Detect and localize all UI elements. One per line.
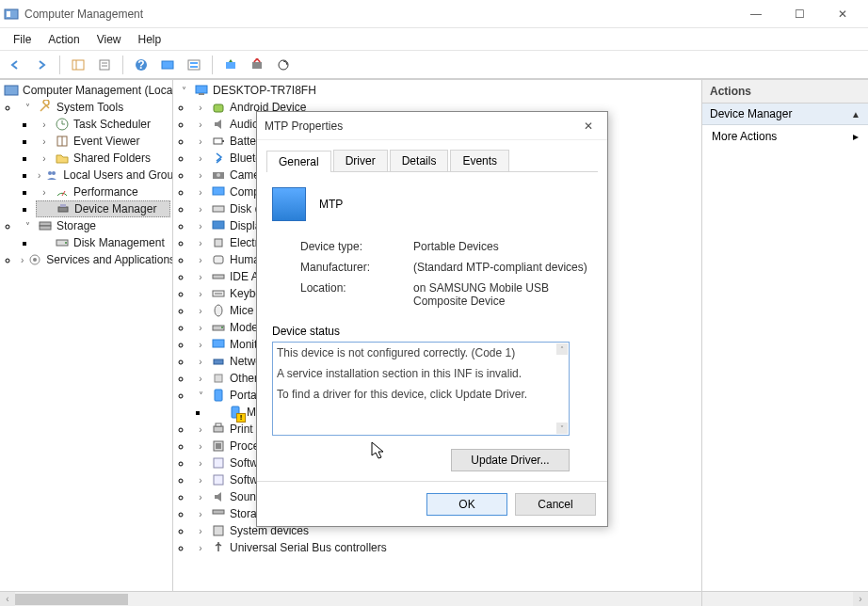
expand-icon[interactable]: › [194,509,207,519]
expand-icon[interactable]: › [194,357,207,367]
task-scheduler[interactable]: ›Task Scheduler [36,116,170,133]
menu-file[interactable]: File [6,31,39,48]
expand-icon[interactable]: › [194,340,207,350]
location-value: on SAMSUNG Mobile USB Composite Device [413,281,592,308]
expand-icon[interactable]: › [194,255,207,265]
svg-rect-13 [226,62,235,69]
update-driver-button[interactable]: Update Driver... [451,449,570,471]
expand-icon[interactable]: › [194,424,207,435]
expand-icon[interactable]: › [194,323,207,333]
tab-events[interactable]: Events [450,150,509,171]
uninstall-button[interactable]: ✕ [246,54,268,76]
collapse-icon[interactable]: ˅ [21,103,34,113]
shared-folders[interactable]: ›Shared Folders [36,150,170,167]
scroll-left-icon[interactable]: ‹ [0,592,15,607]
disk-management[interactable]: Disk Management [36,234,170,251]
dialog-close-button[interactable]: ✕ [577,120,600,133]
gauge-icon [55,184,70,199]
expand-icon[interactable]: › [194,543,207,553]
actions-section[interactable]: Device Manager ▲ [702,104,868,125]
status-scrollbar[interactable]: ˄ ˅ [556,343,568,434]
expand-icon[interactable]: › [194,458,207,469]
expand-icon[interactable]: › [194,204,207,215]
collapse-arrow-icon[interactable]: ▲ [851,109,860,120]
expand-icon[interactable]: › [194,136,207,147]
svg-text:✕: ✕ [252,58,262,66]
wrench-icon [38,100,53,115]
view-devices-button[interactable] [156,54,179,76]
maximize-button[interactable]: ☐ [778,0,821,28]
expand-icon[interactable]: › [194,238,207,248]
update-hardware-button[interactable] [219,54,242,76]
expand-icon[interactable]: › [38,153,51,164]
expand-icon[interactable]: › [194,272,207,282]
keyboard-icon [211,286,226,301]
expand-icon[interactable]: ˅ [194,391,207,401]
expand-icon[interactable]: › [194,374,207,384]
scroll-up-icon[interactable]: ˄ [556,343,568,355]
expand-icon[interactable]: › [194,120,207,130]
device-root[interactable]: ˅ DESKTOP-TR7I8FH [175,82,699,99]
dialog-titlebar[interactable]: MTP Properties ✕ [257,112,607,140]
back-button[interactable] [4,54,26,76]
expand-icon[interactable]: › [194,526,207,536]
properties-button[interactable] [93,54,116,76]
expand-icon[interactable]: › [38,136,51,147]
expand-icon[interactable]: › [194,103,207,113]
device-category[interactable]: › Universal Serial Bus controllers [192,539,699,556]
expand-icon[interactable]: › [194,289,207,299]
actions-header: Actions [702,80,868,104]
expand-icon[interactable]: › [21,255,24,265]
view-resources-button[interactable] [183,54,205,76]
actions-pane: Actions Device Manager ▲ More Actions ▸ [702,80,868,606]
horizontal-scrollbar[interactable]: ‹ › [0,591,173,606]
close-button[interactable]: ✕ [821,0,864,28]
tab-driver[interactable]: Driver [333,150,388,171]
scan-hardware-button[interactable] [272,54,295,76]
menu-action[interactable]: Action [40,31,87,48]
soft-icon [211,472,226,487]
tab-details[interactable]: Details [390,150,449,171]
storage[interactable]: ˅Storage [19,217,170,234]
toolbar: ? ✕ [0,51,868,79]
ide-icon [211,269,226,284]
menubar: File Action View Help [0,28,868,51]
svg-rect-53 [214,359,223,364]
expand-icon[interactable]: › [194,492,207,502]
menu-help[interactable]: Help [131,31,169,48]
tab-general[interactable]: General [266,151,331,172]
manufacturer-value: (Standard MTP-compliant devices) [413,261,592,274]
help-button[interactable]: ? [130,54,153,76]
svg-rect-41 [213,187,224,195]
ok-button[interactable]: OK [426,493,507,516]
event-viewer[interactable]: ›Event Viewer [36,133,170,150]
users-icon [44,167,59,183]
minimize-button[interactable]: — [734,0,778,28]
tree-root[interactable]: Computer Management (Local) [2,82,170,99]
menu-view[interactable]: View [89,31,129,48]
expand-icon[interactable]: › [194,170,207,181]
forward-button[interactable] [30,54,53,76]
services-apps[interactable]: ›Services and Applications [19,251,170,268]
more-actions[interactable]: More Actions ▸ [702,125,868,148]
scroll-thumb[interactable] [15,594,128,605]
local-users[interactable]: ›Local Users and Groups [36,167,170,183]
expand-icon[interactable]: › [38,170,40,181]
expand-icon[interactable]: › [194,187,207,198]
collapse-icon[interactable]: ˅ [177,86,190,96]
more-actions-label: More Actions [712,130,777,143]
system-tools[interactable]: ˅ System Tools [19,99,170,116]
scroll-down-icon[interactable]: ˅ [556,423,568,434]
expand-icon[interactable]: › [194,441,207,452]
collapse-icon[interactable]: ˅ [21,221,34,231]
expand-icon[interactable]: › [38,120,51,130]
show-hide-tree-button[interactable] [67,54,89,76]
expand-icon[interactable]: › [194,475,207,486]
device-manager[interactable]: Device Manager [36,200,170,217]
performance[interactable]: ›Performance [36,183,170,200]
cancel-button[interactable]: Cancel [515,493,596,516]
expand-icon[interactable]: › [38,187,51,198]
expand-icon[interactable]: › [194,221,207,231]
expand-icon[interactable]: › [194,153,207,164]
expand-icon[interactable]: › [194,306,207,316]
